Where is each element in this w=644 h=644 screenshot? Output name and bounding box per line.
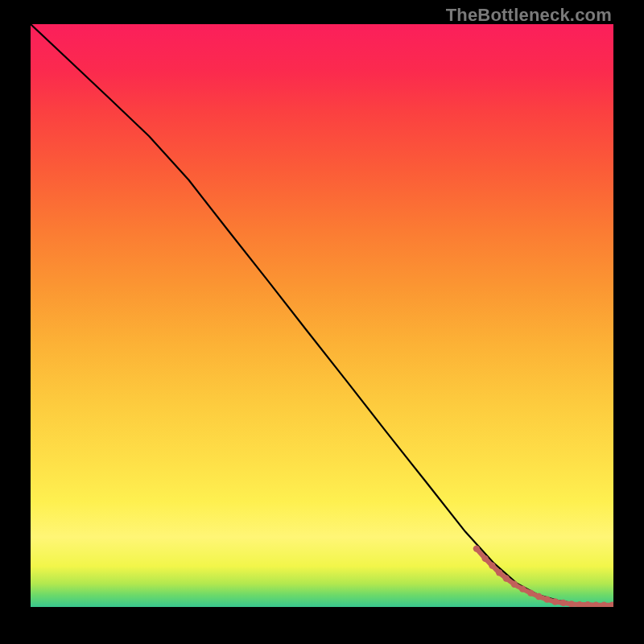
chart-overlay [31, 24, 613, 607]
curve-line [31, 24, 613, 605]
chart-stage: TheBottleneck.com [0, 0, 644, 644]
marker-group [473, 545, 613, 607]
svg-point-34 [609, 602, 613, 607]
plot-area [31, 24, 613, 607]
watermark-text: TheBottleneck.com [446, 5, 612, 26]
